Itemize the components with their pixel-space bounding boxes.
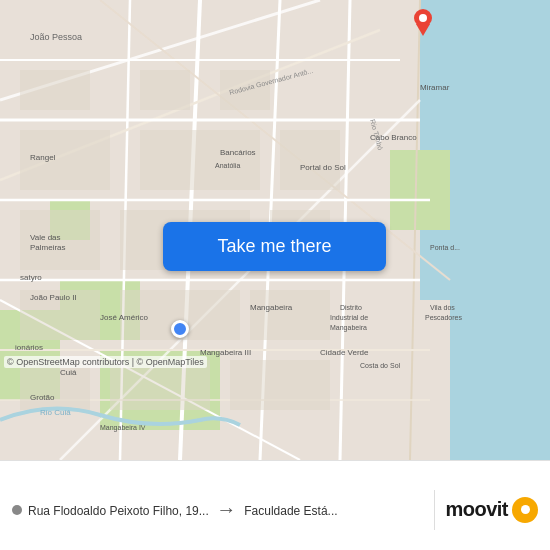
svg-text:Distrito: Distrito (340, 304, 362, 311)
route-from: Rua Flodoaldo Peixoto Filho, 19... (28, 501, 208, 519)
route-to: Faculdade Está... (244, 501, 424, 519)
svg-rect-3 (390, 150, 450, 230)
svg-text:João Pessoa: João Pessoa (30, 32, 82, 42)
svg-text:Anatólia: Anatólia (215, 162, 240, 169)
bottom-bar: Rua Flodoaldo Peixoto Filho, 19... → Fac… (0, 460, 550, 550)
svg-rect-35 (250, 290, 330, 340)
svg-rect-28 (140, 130, 260, 190)
route-to-text: Faculdade Está... (244, 504, 337, 518)
svg-text:Mangabeira IV: Mangabeira IV (100, 424, 146, 432)
svg-text:Vale das: Vale das (30, 233, 61, 242)
svg-marker-70 (416, 24, 430, 36)
svg-text:Rio Cuiá: Rio Cuiá (40, 408, 71, 417)
svg-text:Rangel: Rangel (30, 153, 56, 162)
route-arrow: → (216, 498, 236, 521)
svg-text:Cuiá: Cuiá (60, 368, 77, 377)
moovit-brand: moovit (445, 497, 538, 523)
svg-rect-29 (280, 130, 340, 190)
route-from-text: Rua Flodoaldo Peixoto Filho, 19... (28, 504, 209, 518)
svg-text:Pescadores: Pescadores (425, 314, 462, 321)
svg-rect-25 (140, 70, 190, 110)
svg-text:Miramar: Miramar (420, 83, 450, 92)
svg-text:Mangabeira III: Mangabeira III (200, 348, 251, 357)
svg-text:Costa do Sol: Costa do Sol (360, 362, 401, 369)
svg-text:Vila dos: Vila dos (430, 304, 455, 311)
bottom-bar-content: Rua Flodoaldo Peixoto Filho, 19... → Fac… (12, 482, 538, 530)
take-me-there-button[interactable]: Take me there (163, 222, 386, 271)
svg-text:Bancários: Bancários (220, 148, 256, 157)
svg-text:Cidade Verde: Cidade Verde (320, 348, 369, 357)
map-container: João Pessoa Miramar Cabo Branco Portal d… (0, 0, 550, 460)
map-attribution: © OpenStreetMap contributors | © OpenMap… (4, 356, 207, 368)
svg-rect-2 (450, 300, 550, 460)
svg-text:Mangabeira: Mangabeira (250, 303, 293, 312)
svg-text:satyro: satyro (20, 273, 42, 282)
moovit-circle-icon (512, 497, 538, 523)
svg-text:Industrial de: Industrial de (330, 314, 368, 321)
moovit-logo-row: moovit (445, 497, 538, 523)
svg-text:Mangabeira: Mangabeira (330, 324, 367, 332)
start-location-marker (171, 320, 189, 338)
svg-text:João Paulo II: João Paulo II (30, 293, 77, 302)
svg-text:Palmeiras: Palmeiras (30, 243, 66, 252)
from-icon (12, 505, 22, 515)
svg-text:ionários: ionários (15, 343, 43, 352)
svg-rect-24 (20, 70, 90, 110)
destination-marker (413, 8, 433, 40)
svg-text:Portal do Sol: Portal do Sol (300, 163, 346, 172)
svg-rect-38 (230, 360, 330, 410)
svg-text:José Américo: José Américo (100, 313, 149, 322)
moovit-circle-inner (521, 505, 530, 514)
svg-text:Grotão: Grotão (30, 393, 55, 402)
divider (434, 490, 435, 530)
moovit-brand-name: moovit (445, 498, 508, 521)
svg-point-71 (419, 14, 427, 22)
svg-text:Ponta d...: Ponta d... (430, 244, 460, 251)
